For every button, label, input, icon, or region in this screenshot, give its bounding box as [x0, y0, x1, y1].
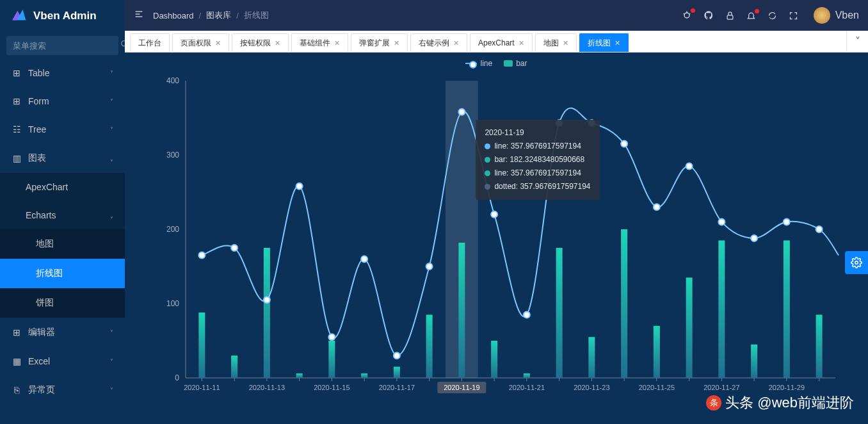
line-point[interactable] [784, 218, 790, 225]
line-point[interactable] [751, 235, 757, 241]
bar[interactable] [426, 314, 433, 378]
chevron-icon: ˅ [110, 358, 113, 365]
bar[interactable] [556, 248, 563, 378]
settings-fab[interactable] [845, 251, 868, 274]
tab-dropdown[interactable]: ˅ [846, 31, 868, 52]
close-icon[interactable]: ✕ [394, 39, 399, 47]
line-point[interactable] [816, 226, 823, 232]
x-tick: 2020-11-21 [509, 384, 545, 391]
breadcrumb-item: 折线图 [244, 10, 269, 21]
close-icon[interactable]: ✕ [334, 39, 340, 47]
bar[interactable] [751, 345, 757, 378]
tab-ApexChart[interactable]: ApexChart✕ [470, 33, 533, 52]
sidebar-item-编辑器[interactable]: ⊞编辑器˅ [0, 318, 125, 347]
bar[interactable] [686, 277, 693, 378]
close-icon[interactable]: ✕ [275, 39, 280, 47]
user-name: Vben [835, 10, 859, 21]
chevron-icon: ˅ [110, 98, 113, 105]
line-point[interactable] [686, 163, 693, 169]
line-point[interactable] [394, 352, 400, 359]
refresh-icon[interactable] [768, 11, 777, 20]
sidebar-item-异常页[interactable]: ⎘异常页˅ [0, 375, 125, 405]
app-logo[interactable]: Vben Admin [0, 0, 125, 32]
bar[interactable] [784, 240, 790, 378]
line-point[interactable] [198, 252, 205, 259]
line-point[interactable] [588, 120, 595, 126]
tab-基础组件[interactable]: 基础组件✕ [291, 33, 348, 52]
close-icon[interactable]: ✕ [215, 39, 221, 47]
line-point[interactable] [491, 211, 497, 218]
fullscreen-icon[interactable] [789, 11, 798, 20]
tab-按钮权限[interactable]: 按钮权限✕ [232, 33, 289, 52]
breadcrumb-item[interactable]: Dashboard [153, 11, 194, 20]
line-point[interactable] [718, 218, 725, 225]
bar[interactable] [328, 341, 335, 378]
tab-弹窗扩展[interactable]: 弹窗扩展✕ [351, 33, 408, 52]
bar[interactable] [588, 337, 595, 378]
tab-页面权限[interactable]: 页面权限✕ [172, 33, 229, 52]
bar[interactable] [361, 373, 367, 378]
close-icon[interactable]: ✕ [563, 39, 568, 47]
sidebar-item-ApexChart[interactable]: ApexChart [0, 173, 125, 201]
bar[interactable] [718, 240, 725, 378]
chevron-icon: ˄ [110, 212, 113, 219]
bar[interactable] [394, 367, 400, 378]
github-icon[interactable] [703, 10, 714, 20]
line-point[interactable] [231, 245, 237, 251]
sidebar-item-折线图[interactable]: 折线图 [0, 259, 125, 288]
bug-icon[interactable] [682, 10, 692, 20]
line-series[interactable] [202, 108, 839, 356]
bar[interactable] [524, 373, 530, 378]
line-point[interactable] [361, 256, 367, 262]
sidebar-item-Table[interactable]: ⊞Table˅ [0, 59, 125, 87]
sidebar-item-饼图[interactable]: 饼图 [0, 288, 125, 318]
bar[interactable] [296, 373, 303, 378]
user-menu[interactable]: Vben [810, 7, 859, 24]
chevron-icon: ˄ [110, 155, 113, 162]
sidebar-item-Form[interactable]: ⊞Form˅ [0, 87, 125, 115]
bell-icon[interactable] [746, 11, 756, 20]
menu-search[interactable] [6, 36, 118, 55]
bar[interactable] [198, 313, 205, 378]
legend-line[interactable]: line [465, 59, 492, 68]
close-icon[interactable]: ✕ [453, 39, 459, 47]
app-name: Vben Admin [33, 10, 97, 22]
legend-bar[interactable]: bar [504, 59, 527, 68]
bar[interactable] [621, 229, 627, 378]
line-point[interactable] [264, 297, 270, 303]
tab-右键示例[interactable]: 右键示例✕ [410, 33, 467, 52]
bar[interactable] [231, 355, 237, 378]
close-icon[interactable]: ✕ [518, 39, 524, 47]
sidebar-item-地图[interactable]: 地图 [0, 229, 125, 259]
menu-icon: ☷ [12, 124, 22, 135]
tab-地图[interactable]: 地图✕ [535, 33, 577, 52]
tab-工作台[interactable]: 工作台 [130, 33, 170, 52]
bar[interactable] [264, 248, 270, 378]
menu-toggle-icon[interactable] [134, 9, 144, 22]
tab-折线图[interactable]: 折线图✕ [579, 33, 629, 52]
x-tick: 2020-11-25 [639, 384, 675, 391]
chart-svg[interactable]: 01002003004002020-11-112020-11-132020-11… [125, 70, 855, 404]
menu-icon: ⊞ [12, 96, 22, 106]
line-point[interactable] [654, 204, 660, 210]
bar[interactable] [491, 341, 497, 378]
line-point[interactable] [296, 183, 303, 190]
bar[interactable] [816, 314, 823, 378]
bar[interactable] [654, 326, 660, 378]
menu-label: Table [28, 68, 49, 78]
bar[interactable] [458, 243, 465, 378]
line-point[interactable] [556, 120, 563, 126]
line-point[interactable] [458, 109, 465, 115]
line-point[interactable] [621, 141, 627, 147]
lock-icon[interactable] [725, 11, 735, 20]
line-point[interactable] [426, 263, 433, 270]
search-input[interactable] [13, 41, 120, 51]
sidebar-item-Excel[interactable]: ▦Excel˅ [0, 347, 125, 375]
sidebar-item-Tree[interactable]: ☷Tree˅ [0, 115, 125, 143]
close-icon[interactable]: ✕ [615, 39, 620, 47]
line-point[interactable] [524, 311, 530, 318]
line-point[interactable] [328, 334, 335, 340]
sidebar-item-图表[interactable]: ▥图表˄ [0, 143, 125, 173]
breadcrumb-item[interactable]: 图表库 [206, 10, 231, 21]
sidebar-item-Echarts[interactable]: Echarts˄ [0, 201, 125, 229]
